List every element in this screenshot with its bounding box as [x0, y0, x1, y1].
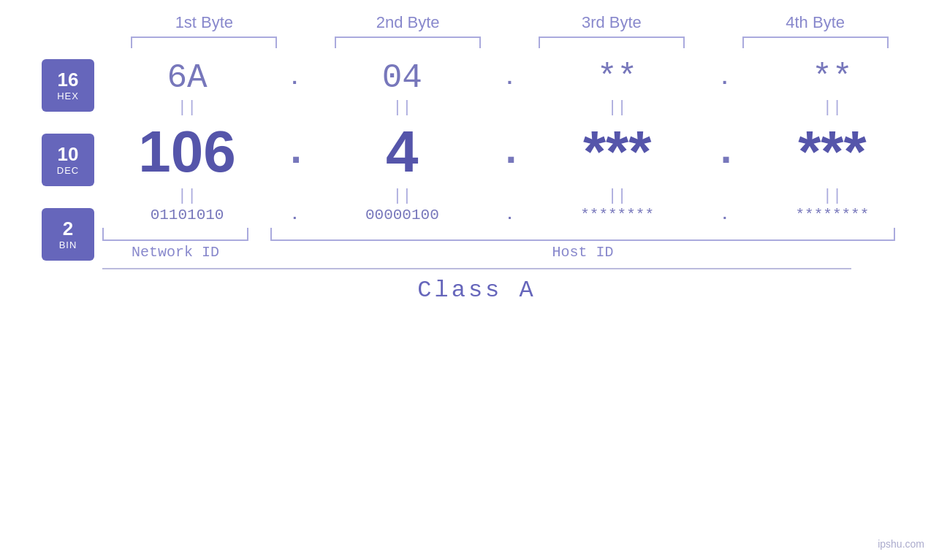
bin-badge: 2 BIN	[42, 208, 94, 261]
header-labels: 1st Byte 2nd Byte 3rd Byte 4th Byte	[102, 13, 939, 32]
byte4-header: 4th Byte	[742, 13, 889, 32]
bin-b1: 01101010	[114, 207, 260, 223]
dec-dot-2: .	[498, 129, 520, 175]
dec-badge-num: 10	[58, 144, 79, 165]
eq1-b2: ||	[329, 99, 475, 117]
bottom-brace-area: Network ID Host ID	[102, 228, 917, 261]
eq1-b1: ||	[114, 99, 260, 117]
main-layout: 1st Byte 2nd Byte 3rd Byte 4th Byte 16 H…	[0, 0, 939, 304]
headers-and-data: 1st Byte 2nd Byte 3rd Byte 4th Byte	[102, 0, 939, 48]
brace-host	[270, 228, 895, 241]
eq-row-2: || || || ||	[102, 187, 917, 205]
bin-badge-label: BIN	[59, 239, 77, 250]
dec-dot-1: .	[284, 129, 305, 175]
byte1-header: 1st Byte	[131, 13, 277, 32]
dec-row: 106 . 4 . *** . ***	[102, 118, 917, 185]
bin-dot-2: .	[498, 207, 520, 223]
eq1-b4: ||	[759, 99, 905, 117]
eq-row-1: || || || ||	[102, 99, 917, 117]
dec-badge: 10 DEC	[42, 134, 94, 186]
byte2-header: 2nd Byte	[335, 13, 481, 32]
hex-row: 6A . 04 . ** . **	[102, 59, 917, 97]
dec-b3: ***	[544, 118, 691, 185]
bin-row: 01101010 . 00000100 . ******** . *******…	[102, 207, 917, 223]
watermark: ipshu.com	[878, 538, 924, 550]
hex-dot-2: .	[498, 67, 520, 90]
hex-dot-1: .	[284, 67, 305, 90]
eq1-b3: ||	[544, 99, 691, 117]
class-label: Class A	[102, 277, 851, 304]
brace-labels: Network ID Host ID	[102, 244, 895, 261]
top-brackets	[102, 37, 939, 48]
hex-b4: **	[759, 59, 905, 97]
bracket-b3	[539, 37, 685, 48]
hex-badge-label: HEX	[57, 91, 79, 101]
dec-dot-3: .	[714, 129, 736, 175]
brace-labels-gap	[248, 244, 270, 261]
class-section: Class A	[0, 268, 939, 304]
eq2-b3: ||	[544, 187, 691, 205]
dec-b4: ***	[759, 118, 905, 185]
brace-gap1	[248, 228, 270, 241]
eq2-b1: ||	[114, 187, 260, 205]
bracket-b4	[742, 37, 889, 48]
hex-b1: 6A	[114, 59, 260, 97]
hex-badge-num: 16	[58, 69, 79, 91]
bin-dot-1: .	[284, 207, 305, 223]
class-divider	[102, 268, 851, 269]
values-area: 6A . 04 . ** . ** || || || || 106	[102, 59, 939, 261]
dec-badge-label: DEC	[57, 165, 79, 176]
network-id-label: Network ID	[102, 244, 248, 261]
brace-network	[102, 228, 248, 241]
hex-b2: 04	[329, 59, 475, 97]
eq2-b4: ||	[759, 187, 905, 205]
bin-badge-num: 2	[63, 218, 73, 239]
hex-dot-3: .	[714, 67, 736, 90]
left-spacer	[0, 0, 102, 48]
brace-line	[102, 228, 895, 241]
bin-dot-3: .	[714, 207, 736, 223]
host-id-label: Host ID	[270, 244, 895, 261]
top-section: 1st Byte 2nd Byte 3rd Byte 4th Byte	[0, 0, 939, 48]
badges-column: 16 HEX 10 DEC 2 BIN	[0, 59, 102, 261]
dec-b1: 106	[114, 118, 260, 185]
hex-badge: 16 HEX	[42, 59, 94, 112]
rows-area: 16 HEX 10 DEC 2 BIN 6A . 04 . ** . **	[0, 59, 939, 261]
bracket-b1	[131, 37, 277, 48]
bracket-b2	[335, 37, 481, 48]
byte3-header: 3rd Byte	[539, 13, 685, 32]
bin-b2: 00000100	[329, 207, 475, 223]
dec-b2: 4	[329, 118, 475, 185]
eq2-b2: ||	[329, 187, 475, 205]
hex-b3: **	[544, 59, 691, 97]
bin-b4: ********	[759, 207, 905, 223]
bin-b3: ********	[544, 207, 691, 223]
